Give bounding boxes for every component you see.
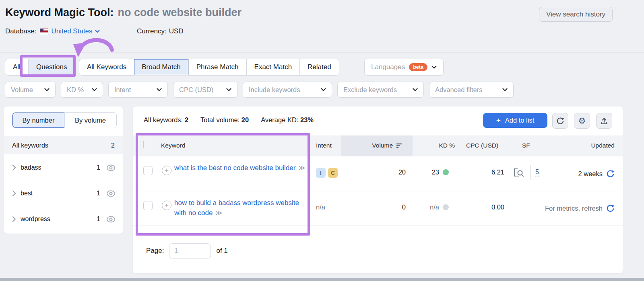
- sidebar-item-wordpress[interactable]: wordpress 1: [4, 206, 123, 232]
- chevron-right-icon: [12, 190, 16, 197]
- tab-exact-match[interactable]: Exact Match: [246, 59, 300, 75]
- stat-all-keywords: All keywords: 2: [144, 116, 188, 124]
- row-checkbox[interactable]: [143, 166, 153, 175]
- tab-all[interactable]: All: [5, 59, 28, 75]
- exclude-keywords-dropdown[interactable]: Exclude keywords: [337, 82, 424, 98]
- column-label: Volume: [372, 142, 393, 149]
- table-row: + what is the best no code website build…: [133, 156, 623, 191]
- eye-icon[interactable]: [106, 190, 116, 197]
- cpc-value: 6.21: [463, 168, 504, 176]
- group-label: wordpress: [21, 215, 92, 223]
- intent-filter-dropdown[interactable]: Intent: [108, 82, 168, 98]
- chevron-down-icon: [92, 88, 97, 92]
- bottom-bar: [0, 278, 644, 281]
- serp-preview-icon[interactable]: [513, 168, 524, 178]
- column-header-keyword[interactable]: Keyword: [161, 142, 185, 149]
- tab-questions[interactable]: Questions: [28, 59, 75, 75]
- plus-circle-icon[interactable]: +: [162, 166, 171, 175]
- updated-cell: For metrics, refresh: [531, 191, 615, 226]
- row-refresh-button[interactable]: [606, 170, 615, 178]
- select-all-checkbox[interactable]: [143, 141, 144, 148]
- sidebar-item-all-keywords[interactable]: All keywords 2: [4, 136, 123, 154]
- search-query: no code website builder: [118, 6, 242, 19]
- checkbox[interactable]: [143, 141, 144, 148]
- keyword-link[interactable]: what is the best no code website builder…: [174, 163, 309, 173]
- chevron-down-icon: [44, 88, 50, 92]
- stat-average-kd: Average KD: 23%: [261, 116, 314, 124]
- kd-value: 23: [432, 168, 439, 176]
- eye-icon[interactable]: [106, 216, 116, 223]
- eye-icon[interactable]: [106, 164, 116, 171]
- by-number-toggle[interactable]: By number: [12, 113, 64, 128]
- database-value: United States: [52, 27, 93, 35]
- add-to-list-button[interactable]: + Add to list: [483, 113, 547, 128]
- cpc-filter-dropdown[interactable]: CPC (USD): [173, 82, 237, 98]
- advanced-filters-dropdown[interactable]: Advanced filters: [429, 82, 514, 98]
- chevron-down-icon: [157, 88, 162, 92]
- group-count: 1: [97, 164, 100, 171]
- kd-filter-dropdown[interactable]: KD %: [61, 82, 103, 98]
- tab-phrase-match[interactable]: Phrase Match: [188, 59, 246, 75]
- double-chevron-icon: ≫: [298, 164, 304, 171]
- chevron-down-icon: [226, 88, 231, 92]
- tab-all-keywords[interactable]: All Keywords: [79, 59, 134, 75]
- column-header-kd[interactable]: KD %: [411, 142, 455, 149]
- column-header-intent[interactable]: Intent: [316, 142, 332, 149]
- group-label: best: [21, 190, 92, 197]
- column-header-volume[interactable]: Volume: [350, 142, 402, 149]
- group-count: 1: [97, 215, 100, 223]
- add-to-list-label: Add to list: [505, 117, 534, 124]
- pagination: Page: of 1: [146, 243, 228, 258]
- tab-broad-match[interactable]: Broad Match: [134, 59, 188, 75]
- updated-text: 2 weeks: [578, 170, 603, 178]
- chevron-right-icon: [12, 216, 16, 222]
- keyword-text: what is the best no code website builder: [174, 164, 295, 172]
- sidebar-sort-toggle: By number By volume: [12, 112, 117, 128]
- export-button[interactable]: [596, 113, 612, 129]
- tab-related[interactable]: Related: [299, 59, 339, 75]
- keyword-magic-tool-page: Keyword Magic Tool: no code website buil…: [0, 0, 644, 281]
- stat-value: 20: [242, 116, 249, 123]
- by-volume-toggle[interactable]: By volume: [64, 113, 116, 128]
- plus-icon: +: [496, 116, 501, 125]
- currency-value: USD: [169, 27, 184, 35]
- database-label: Database:: [5, 27, 37, 35]
- filter-bar: Volume KD % Intent CPC (USD) Include key…: [5, 82, 514, 98]
- kd-difficulty-dot: [443, 204, 449, 210]
- stat-value: 23%: [300, 116, 314, 123]
- include-keywords-dropdown[interactable]: Include keywords: [243, 82, 332, 98]
- question-tabs-group: All Questions: [5, 59, 75, 76]
- row-checkbox[interactable]: [143, 201, 153, 210]
- settings-button[interactable]: ⚙: [574, 113, 590, 129]
- intent-badges: I C: [316, 168, 338, 178]
- column-header-updated[interactable]: Updated: [568, 142, 615, 149]
- kd-value: n/a: [430, 203, 439, 211]
- page-input[interactable]: [169, 243, 211, 258]
- view-search-history-button[interactable]: View search history: [539, 7, 613, 22]
- stat-total-volume: Total volume: 20: [200, 116, 249, 124]
- filter-label: Volume: [11, 86, 33, 94]
- refresh-icon: [606, 204, 615, 213]
- filter-label: Advanced filters: [435, 86, 482, 94]
- sidebar-item-best[interactable]: best 1: [4, 180, 123, 206]
- row-refresh-button[interactable]: [606, 204, 615, 213]
- plus-circle-icon[interactable]: +: [162, 201, 171, 210]
- intent-na: n/a: [316, 203, 325, 211]
- all-keywords-count: 2: [111, 142, 115, 149]
- currency-label: Currency:: [137, 27, 167, 35]
- double-chevron-icon: ≫: [215, 209, 221, 216]
- refresh-button[interactable]: [552, 113, 568, 129]
- keyword-link[interactable]: how to build a badass wordpress website …: [174, 198, 309, 218]
- group-count: 1: [97, 190, 100, 197]
- volume-filter-dropdown[interactable]: Volume: [5, 82, 56, 98]
- kd-cell: 23: [396, 168, 449, 176]
- sidebar-item-badass[interactable]: badass 1: [4, 155, 123, 180]
- stat-label: All keywords:: [144, 116, 183, 123]
- intent-badge-informational: I: [316, 168, 326, 178]
- column-header-cpc[interactable]: CPC (USD): [466, 142, 498, 149]
- column-header-sf[interactable]: SF: [522, 142, 530, 149]
- chevron-down-icon: [502, 88, 508, 92]
- database-selector[interactable]: United States: [52, 27, 100, 35]
- keyword-results-panel: All keywords: 2 Total volume: 20 Average…: [133, 107, 623, 273]
- languages-dropdown[interactable]: Languages beta: [364, 59, 444, 76]
